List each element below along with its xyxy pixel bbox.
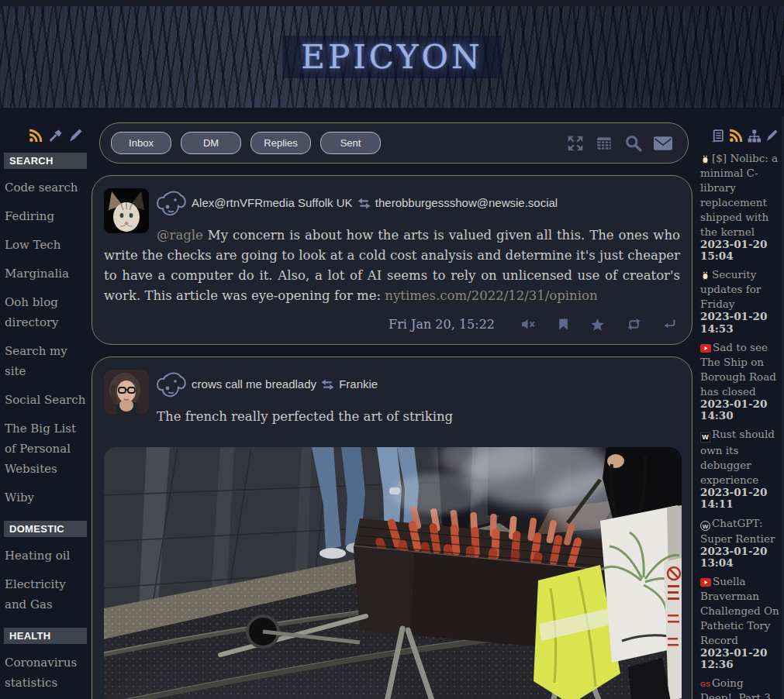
news-date: 2023-01-20 (700, 311, 780, 322)
rss-feed-icon[interactable] (29, 129, 43, 143)
bookmark-icon[interactable] (558, 319, 568, 330)
news-time: 14:11 (700, 498, 780, 510)
news-date: 2023-01-20 (700, 647, 780, 659)
edit-pencil-icon[interactable] (68, 129, 82, 143)
news-date: 2023-01-20 (700, 398, 780, 410)
sidebar-link-low-tech[interactable]: Low Tech (0, 235, 91, 255)
news-item[interactable]: Suella Braverman Challenged On Pathetic … (700, 573, 780, 670)
gs-podcast-icon: GS (700, 680, 710, 688)
search-icon[interactable] (624, 134, 642, 152)
post-author-line: Alex@rtnVFRmedia Suffolk UK therobburges… (104, 188, 680, 216)
post-author[interactable]: Alex@rtnVFRmedia Suffolk UK (192, 196, 353, 209)
boost-icon (357, 198, 371, 209)
post-author-line: crows call me breadlady Frankie (104, 370, 680, 398)
cat-avatar-image (104, 188, 149, 233)
sidebar-link-social-search[interactable]: Social Search (0, 390, 91, 410)
news-item[interactable]: Sad to see The Ship on Borough Road has … (700, 339, 780, 422)
post-author[interactable]: crows call me breadlady (192, 377, 316, 391)
article-link[interactable]: nytimes.com/2022/12/31/opinion (385, 288, 597, 303)
post-booster[interactable]: therobburgessshow@newsie.social (375, 196, 558, 209)
sidebar-header-health: HEALTH (4, 628, 87, 644)
timeline-column: Inbox DM Replies Sent Alex@rtnVFRmedia S… (91, 116, 700, 699)
mention-link[interactable]: @ragle (157, 228, 203, 243)
mail-icon[interactable] (654, 136, 672, 150)
post-booster[interactable]: Frankie (339, 377, 378, 391)
news-item[interactable]: WChatGPT: Super Rentier 2023-01-20 13:04 (700, 515, 780, 569)
news-item[interactable]: Security updates for Friday 2023-01-20 1… (700, 267, 780, 334)
news-item[interactable]: WRust should own its debugger experience… (700, 426, 780, 510)
newswire-list: [$] Nolibc: a minimal C-library replacem… (700, 150, 782, 699)
newswire-icon[interactable] (711, 129, 724, 143)
news-time: 12:36 (700, 659, 780, 670)
site-title: EPICYON (282, 36, 502, 78)
news-time: 13:04 (700, 557, 780, 569)
tab-sent[interactable]: Sent (320, 132, 381, 154)
newswire-sidebar: [$] Nolibc: a minimal C-library replacem… (700, 126, 782, 699)
reply-icon[interactable] (664, 319, 675, 329)
profile-banner[interactable]: EPICYON (0, 6, 784, 108)
sidebar-link-big-list[interactable]: The Big List of Personal Websites (0, 418, 91, 479)
tab-dm[interactable]: DM (181, 132, 241, 154)
sidebar-header-search: SEARCH (4, 153, 87, 169)
mute-icon[interactable] (521, 319, 536, 330)
sidebar-link-electricity-gas[interactable]: Electricity and Gas (0, 574, 91, 615)
repeat-icon[interactable] (627, 319, 641, 330)
star-icon[interactable] (591, 319, 604, 331)
news-date: 2023-01-20 (700, 487, 780, 498)
news-date: 2023-01-20 (700, 239, 780, 250)
person-avatar-image (104, 370, 149, 415)
expand-icon[interactable] (567, 135, 584, 152)
news-item[interactable]: [$] Nolibc: a minimal C-library replacem… (700, 150, 780, 262)
penguin-icon (700, 270, 710, 280)
rss-feed-icon[interactable] (729, 129, 743, 143)
timeline-header: Inbox DM Replies Sent (99, 122, 689, 164)
sidebar-link-heating-oil[interactable]: Heating oil (0, 546, 91, 566)
yw-favicon-icon: W (700, 432, 710, 442)
avatar[interactable] (104, 188, 149, 233)
post-footer: Fri Jan 20, 15:22 (104, 317, 680, 332)
avatar[interactable] (104, 370, 149, 415)
youtube-icon (700, 344, 711, 353)
share-categories-icon[interactable] (748, 129, 761, 143)
post-card: Alex@rtnVFRmedia Suffolk UK therobburges… (92, 175, 692, 345)
calendar-icon[interactable] (596, 135, 613, 152)
news-time: 14:30 (700, 410, 780, 422)
post-card: crows call me breadlady Frankie The fren… (92, 356, 692, 699)
sidebar-header-domestic: DOMESTIC (4, 521, 87, 537)
sidebar-link-marginalia[interactable]: Marginalia (0, 263, 91, 284)
person-dog-icon (157, 371, 188, 398)
top-strip (0, 0, 784, 6)
sidebar-link-code-search[interactable]: Code search (0, 177, 91, 198)
news-title: [$] Nolibc: a minimal C-library replacem… (700, 152, 778, 238)
photo-illustration (104, 447, 682, 699)
sidebar-link-search-my-site[interactable]: Search my site (0, 341, 91, 381)
tab-replies[interactable]: Replies (250, 132, 311, 154)
post-photo-street-grill[interactable] (104, 447, 682, 699)
sidebar-link-fediring[interactable]: Fediring (0, 206, 91, 226)
post-content: The french really perfected the art of s… (104, 407, 680, 427)
youtube-icon (700, 578, 711, 587)
sidebar-link-coronavirus[interactable]: Coronavirus statistics (0, 653, 91, 693)
news-title: Suella Braverman Challenged On Pathetic … (700, 575, 779, 646)
news-time: 14:53 (700, 323, 780, 335)
news-time: 15:04 (700, 250, 780, 262)
wordpress-icon: W (700, 521, 710, 531)
links-sidebar: SEARCH Code search Fediring Low Tech Mar… (0, 126, 91, 699)
penguin-icon (700, 153, 710, 164)
news-date: 2023-01-20 (700, 546, 780, 557)
news-title: Sad to see The Ship on Borough Road has … (700, 341, 776, 398)
news-title: Going Deep!, Part 3 (Ep. 116) (700, 677, 771, 699)
news-title: Rust should own its debugger experience (700, 428, 775, 486)
post-content: @ragle My concern is about how the arts … (104, 226, 680, 306)
sidebar-link-wiby[interactable]: Wiby (0, 487, 91, 508)
person-dog-icon (157, 190, 188, 216)
tab-inbox[interactable]: Inbox (111, 132, 171, 154)
boost-icon (320, 379, 335, 391)
news-item[interactable]: GSGoing Deep!, Part 3 (Ep. 116) 2023-01-… (700, 675, 780, 699)
edit-pencil-icon[interactable] (765, 129, 778, 142)
post-timestamp[interactable]: Fri Jan 20, 15:22 (389, 317, 495, 332)
edit-links-icon[interactable] (48, 129, 63, 143)
news-title: ChatGPT: Super Rentier (700, 517, 775, 545)
sidebar-link-ooh-blog[interactable]: Ooh blog directory (0, 292, 91, 332)
